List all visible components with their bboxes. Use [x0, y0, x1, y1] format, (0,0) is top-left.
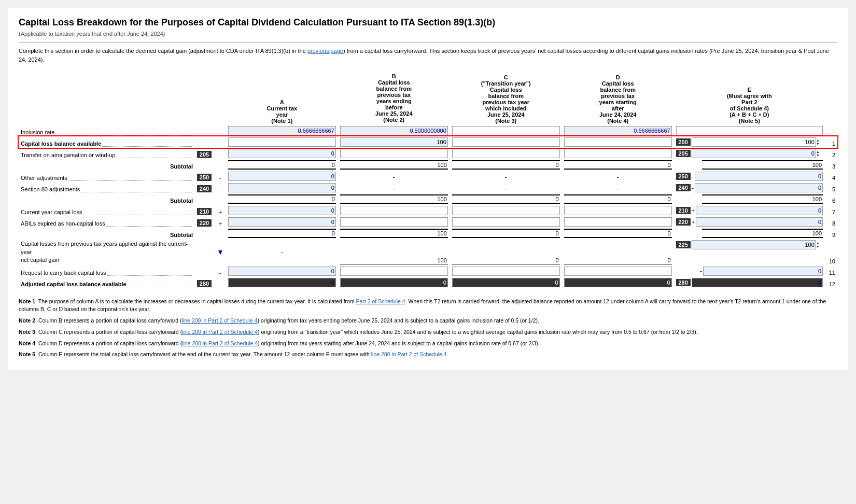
current-year-capital-loss-b[interactable] [338, 205, 450, 216]
section80-a-input[interactable] [228, 183, 336, 192]
abils-c-input[interactable] [452, 217, 560, 227]
other-adjustments-a[interactable] [226, 171, 338, 182]
capital-loss-balance-e-input[interactable] [692, 137, 816, 147]
transfer-amalgamation-c[interactable] [450, 148, 562, 159]
transfer-amalgamation-spinner[interactable]: ▲▼ [816, 150, 823, 157]
transfer-amalgamation-a[interactable] [226, 148, 338, 159]
request-carryback-b[interactable] [338, 265, 450, 277]
current-year-capital-loss-c-input[interactable] [452, 206, 560, 215]
subtotal2-code-empty [195, 193, 215, 205]
transfer-amalgamation-d[interactable] [562, 148, 674, 159]
other-adjustments-a-input[interactable] [228, 172, 336, 181]
request-carryback-c-input[interactable] [452, 267, 560, 276]
other-adjustments-label: Other adjustments [19, 171, 195, 182]
note5-link[interactable]: line 280 in Part 2 of Schedule 4 [371, 351, 447, 357]
abils-e-input[interactable] [696, 217, 823, 227]
subtotal2-b: 100 [338, 193, 450, 205]
transfer-amalgamation-c-input[interactable] [452, 149, 560, 158]
capital-loss-balance-d[interactable] [562, 136, 674, 148]
capital-loss-balance-a[interactable] [226, 136, 338, 148]
header-code-empty [195, 71, 215, 125]
adjusted-balance-e-input[interactable] [692, 278, 823, 287]
request-carryback-b-input[interactable] [340, 267, 448, 276]
request-carryback-label: Request to carry back capital loss [19, 265, 195, 277]
subtotal3-a: 0 [226, 228, 338, 239]
section80-e-input[interactable] [695, 183, 823, 192]
inclusion-rate-d-input[interactable] [564, 126, 672, 135]
capital-loss-balance-a-input[interactable] [228, 137, 336, 147]
transfer-amalgamation-b-input[interactable] [340, 149, 448, 158]
capital-losses-applied-spinner[interactable]: ▲▼ [816, 241, 823, 248]
section80-d: - [562, 182, 674, 193]
capital-loss-balance-c-input[interactable] [452, 137, 560, 147]
capital-losses-applied-e-input[interactable] [692, 240, 816, 249]
inclusion-rate-code-empty [195, 125, 215, 136]
current-year-capital-loss-a-input[interactable] [228, 206, 336, 215]
abils-a-input[interactable] [228, 217, 336, 227]
request-carryback-e-input[interactable] [703, 267, 823, 276]
inclusion-rate-c-input[interactable] [452, 126, 560, 135]
inclusion-rate-a[interactable] [226, 125, 338, 136]
other-adjustments-e-input[interactable] [695, 172, 823, 181]
other-adjustments-code: 250 [195, 171, 215, 182]
other-adjustments-c: - [450, 171, 562, 182]
capital-loss-balance-b-input[interactable] [340, 137, 448, 147]
capital-loss-balance-d-input[interactable] [564, 137, 672, 147]
section80-code: 240 [195, 182, 215, 193]
current-year-capital-loss-d[interactable] [562, 205, 674, 216]
adjusted-balance-d-input[interactable] [564, 278, 672, 287]
inclusion-rate-b-input[interactable] [340, 126, 448, 135]
current-year-capital-loss-d-input[interactable] [564, 206, 672, 215]
inclusion-rate-c[interactable] [450, 125, 562, 136]
section80-a[interactable] [226, 182, 338, 193]
adjusted-balance-d[interactable] [562, 277, 674, 288]
note4-link[interactable]: line 200 in Part 2 of Schedule 4 [182, 340, 258, 346]
adjusted-balance-b[interactable] [338, 277, 450, 288]
request-carryback-sign: - [215, 265, 226, 277]
adjusted-balance-a-input[interactable] [228, 278, 336, 287]
abils-c[interactable] [450, 216, 562, 228]
dotted-fill [106, 219, 192, 227]
current-year-capital-loss-b-input[interactable] [340, 206, 448, 215]
inclusion-rate-e-input[interactable] [676, 126, 823, 135]
request-carryback-c[interactable] [450, 265, 562, 277]
capital-loss-balance-c[interactable] [450, 136, 562, 148]
inclusion-rate-a-input[interactable] [228, 126, 336, 135]
inclusion-rate-b[interactable] [338, 125, 450, 136]
transfer-amalgamation-codebox: 205 [197, 151, 212, 158]
capital-loss-balance-label: Capital loss balance available [19, 136, 195, 148]
abils-b[interactable] [338, 216, 450, 228]
transfer-amalgamation-d-input[interactable] [564, 149, 672, 158]
col-d-header: D Capital loss balance from previous tax… [562, 71, 674, 125]
note2-link[interactable]: line 200 in Part 2 of Schedule 4 [182, 317, 258, 324]
transfer-amalgamation-b[interactable] [338, 148, 450, 159]
current-year-capital-loss-a[interactable] [226, 205, 338, 216]
abils-b-input[interactable] [340, 217, 448, 227]
request-carryback-a-input[interactable] [228, 267, 336, 276]
dotted-fill [107, 269, 192, 276]
abils-d[interactable] [562, 216, 674, 228]
note3-link[interactable]: line 200 in Part 2 of Schedule 4 [182, 329, 258, 335]
section80-rownum: 5 [825, 182, 837, 193]
previous-page-link[interactable]: previous page [307, 48, 343, 54]
abils-a[interactable] [226, 216, 338, 228]
adjusted-balance-c-input[interactable] [452, 278, 560, 287]
capital-loss-balance-b[interactable] [338, 136, 450, 148]
current-year-capital-loss-e-input[interactable] [696, 206, 823, 215]
adjusted-balance-a[interactable] [226, 277, 338, 288]
request-carryback-a[interactable] [226, 265, 338, 277]
capital-loss-balance-spinner[interactable]: ▲▼ [816, 138, 823, 146]
abils-e-code: 220 [676, 218, 691, 226]
section80-codebox: 240 [197, 185, 212, 192]
note1-link[interactable]: Part 2 of Schedule 4 [356, 298, 405, 304]
current-year-capital-loss-c[interactable] [450, 205, 562, 216]
subtotal2-a: 0 [226, 193, 338, 205]
inclusion-rate-d[interactable] [562, 125, 674, 136]
request-carryback-d[interactable] [562, 265, 674, 277]
request-carryback-d-input[interactable] [564, 267, 672, 276]
transfer-amalgamation-e-input[interactable] [692, 149, 816, 158]
adjusted-balance-c[interactable] [450, 277, 562, 288]
abils-d-input[interactable] [564, 217, 672, 227]
adjusted-balance-b-input[interactable] [340, 278, 448, 287]
transfer-amalgamation-a-input[interactable] [228, 149, 336, 158]
